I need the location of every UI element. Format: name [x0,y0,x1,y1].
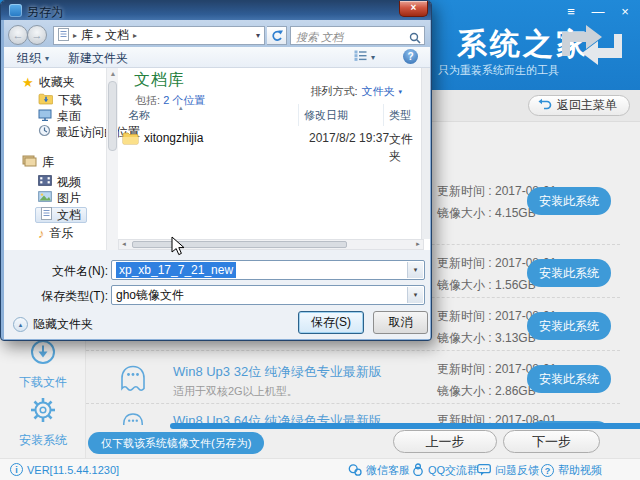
column-header-date[interactable]: 修改日期 [304,108,348,123]
nav-back-button[interactable]: ← [8,25,28,45]
desktop-monitor-icon [38,109,52,124]
sidebar-item-download-files[interactable]: 下载文件 [0,338,86,391]
vertical-scrollbar[interactable] [421,68,430,239]
row-system-title[interactable]: Win8 Up3 32位 纯净绿色专业最新版 [173,363,382,381]
chevron-down-icon: ▾ [45,54,49,63]
arrange-label: 排列方式: [310,84,357,99]
library-includes: 包括: 2 个位置 [135,93,205,108]
filetype-value: gho镜像文件 [112,287,184,304]
chevron-down-icon: ▾ [398,88,402,96]
wechat-icon [348,464,362,478]
version-info: i VER[11.5.44.1230] [10,463,119,476]
nav-forward-button[interactable]: → [27,25,47,45]
filetype-select[interactable]: gho镜像文件 ▾ [111,285,425,305]
tree-item-documents-selected[interactable]: 文档 [35,207,87,223]
sidebar-install-label: 安装系统 [0,432,86,449]
horizontal-scrollbar[interactable]: ◄ ► [118,239,424,250]
action-bar: 仅下载该系统镜像文件(另存为) 上一步 下一步 [86,429,640,458]
help-icon: ? [541,464,554,477]
includes-link[interactable]: 2 个位置 [163,94,205,106]
filename-input[interactable]: xp_xb_17_7_21_new ▾ [111,260,425,280]
ghost-os-icon [116,363,150,398]
help-button[interactable]: ? [403,49,418,64]
install-system-button[interactable]: 安装此系统 [527,312,611,340]
breadcrumb[interactable]: ▸ 库 ▸ 文档 ▸ ▾ [53,26,265,45]
chevron-down-icon[interactable]: ▾ [407,287,423,303]
scroll-right-icon[interactable]: ► [415,241,421,247]
scroll-up-icon[interactable]: ▲ [107,70,119,77]
tree-label: 视频 [57,174,81,191]
scroll-thumb[interactable] [108,81,117,151]
tree-scrollbar[interactable]: ▲ [106,68,118,250]
column-header-name[interactable]: 名称 [128,108,150,123]
wechat-support-link[interactable]: 微信客服 [348,463,410,478]
feedback-link[interactable]: 问题反馈 [477,463,539,478]
chevron-down-icon[interactable]: ▾ [256,31,260,40]
download-circle-icon [29,355,57,369]
hide-folders-button[interactable]: ▲ 隐藏文件夹 [13,316,93,333]
return-main-menu-button[interactable]: 返回主菜单 [528,95,630,116]
column-header-type[interactable]: 类型 [389,108,411,123]
install-system-button[interactable]: 安装此系统 [527,259,611,287]
tree-item-videos[interactable]: 视频 [38,174,81,190]
search-box [290,26,425,45]
screen: 系统之家 只为重装系统而生的工具 ≡ — × 返回主菜单 下载文件 [0,0,640,480]
dialog-titlebar[interactable]: 另存为 [1,1,431,20]
app-minimize-icon[interactable]: — [591,4,605,19]
back-arrow-icon [538,98,552,114]
tree-item-downloads[interactable]: 下载 [38,92,82,108]
install-system-button[interactable]: 安装此系统 [527,187,611,215]
row-image-size: 镜像大小 : 4.15GB [437,205,536,222]
mouse-cursor [171,236,185,256]
window-controls: ≡ — × [564,4,632,19]
file-row-xitongzhijia[interactable]: xitongzhijia 2017/8/2 19:37 文件夹 [120,128,420,148]
prev-step-button[interactable]: 上一步 [393,430,497,453]
arrange-by-control[interactable]: 排列方式: 文件夹 ▾ [310,84,402,99]
help-video-link[interactable]: ? 帮助视频 [541,463,602,478]
qq-group-link[interactable]: QQ交流群 [412,463,478,478]
cancel-button[interactable]: 取消 [373,311,428,334]
tree-label: 图片 [57,190,81,207]
refresh-button[interactable] [267,26,287,45]
search-input[interactable] [291,29,401,45]
info-icon: i [10,463,23,476]
scroll-left-icon[interactable]: ◄ [121,241,127,247]
crumb-separator-icon: ▸ [97,31,101,40]
views-button[interactable]: ▾ [354,50,375,64]
help-label: 帮助视频 [558,463,602,478]
tree-item-music[interactable]: ♪ 音乐 [38,225,74,241]
save-button[interactable]: 保存(S) [298,311,364,334]
downloads-folder-icon [38,93,53,108]
app-close-icon[interactable]: × [618,4,632,19]
breadcrumb-documents[interactable]: 文档 [105,27,129,44]
tree-item-desktop[interactable]: 桌面 [38,108,81,124]
brand-subtitle: 只为重装系统而生的工具 [438,63,559,78]
column-separator [383,104,384,126]
dialog-body: ★ 收藏夹 下载 桌面 最近访问的位置 库 视频 [4,68,430,250]
breadcrumb-libraries[interactable]: 库 [81,27,93,44]
arrange-value[interactable]: 文件夹 [361,84,394,99]
filename-value[interactable]: xp_xb_17_7_21_new [116,262,236,278]
chevron-down-icon[interactable]: ▾ [407,262,423,278]
column-separator [298,104,299,126]
tree-item-favorites[interactable]: ★ 收藏夹 [22,74,75,90]
sidebar-item-install-system[interactable]: 安装系统 [0,396,86,449]
qq-label: QQ交流群 [428,463,478,478]
dialog-close-button[interactable]: × [399,1,428,17]
tree-item-libraries[interactable]: 库 [22,154,54,170]
download-only-button[interactable]: 仅下载该系统镜像文件(另存为) [88,432,264,454]
dialog-title: 另存为 [27,4,63,21]
next-step-button[interactable]: 下一步 [503,430,600,453]
version-label: VER[11.5.44.1230] [27,464,119,476]
wechat-label: 微信客服 [366,463,410,478]
scroll-thumb[interactable] [132,241,347,248]
install-system-button[interactable]: 安装此系统 [527,365,611,393]
organize-menu[interactable]: 组织 ▾ [17,50,49,67]
file-name: xitongzhijia [144,131,203,145]
crumb-separator-icon: ▸ [133,31,137,40]
app-menu-icon[interactable]: ≡ [564,4,578,19]
filetype-label: 保存类型(T): [32,288,108,305]
views-icon [354,50,367,64]
tree-item-pictures[interactable]: 图片 [38,190,81,206]
new-folder-button[interactable]: 新建文件夹 [68,50,128,67]
